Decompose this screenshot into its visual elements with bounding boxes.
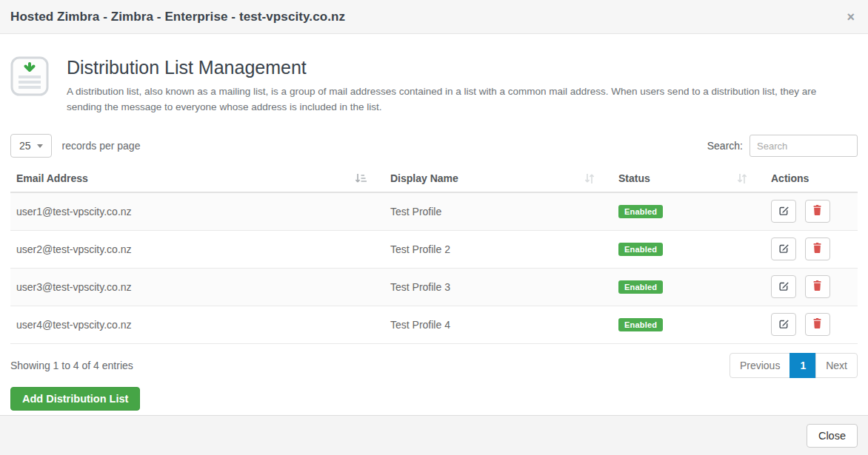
distribution-list-modal: Hosted Zimbra - Zimbra - Enterprise - te… (0, 0, 868, 455)
trash-icon (812, 318, 822, 331)
close-button[interactable]: Close (807, 424, 858, 448)
column-header-label: Email Address (16, 172, 88, 184)
pagination: Previous 1 Next (730, 353, 858, 378)
actions-cell (765, 230, 858, 268)
search-input[interactable] (750, 135, 858, 157)
records-per-page-select[interactable]: 25 (10, 134, 52, 158)
table-row: user3@test-vpscity.co.nz Test Profile 3 … (10, 268, 858, 306)
delete-button[interactable] (805, 237, 830, 260)
status-badge: Enabled (618, 280, 663, 294)
column-header-label: Display Name (390, 172, 458, 184)
status-badge: Enabled (618, 318, 663, 331)
modal-footer: Close (0, 415, 868, 455)
column-header-label: Status (618, 172, 650, 184)
pagination-page-1[interactable]: 1 (789, 353, 816, 378)
column-header-display-name[interactable]: Display Name (384, 166, 612, 192)
modal-title: Hosted Zimbra - Zimbra - Enterprise - te… (10, 10, 345, 24)
page-title: Distribution List Management (67, 56, 841, 78)
edit-icon (778, 205, 789, 218)
close-icon[interactable]: × (847, 10, 855, 24)
pagination-previous[interactable]: Previous (730, 353, 790, 378)
sort-both-icon (584, 173, 595, 184)
email-cell: user3@test-vpscity.co.nz (10, 268, 384, 306)
pagination-next[interactable]: Next (815, 353, 858, 378)
modal-header: Hosted Zimbra - Zimbra - Enterprise - te… (0, 0, 868, 34)
email-cell: user1@test-vpscity.co.nz (10, 192, 384, 230)
actions-cell (765, 306, 858, 343)
trash-icon (812, 280, 822, 293)
actions-cell (765, 192, 858, 230)
actions-cell (765, 268, 858, 306)
delete-button[interactable] (805, 200, 830, 223)
edit-button[interactable] (771, 313, 796, 336)
modal-body: Distribution List Management A distribut… (0, 34, 868, 415)
table-header-row: Email Address (10, 166, 858, 192)
trash-icon (812, 205, 822, 218)
status-badge: Enabled (618, 205, 663, 218)
page-description: A distribution list, also known as a mai… (67, 84, 841, 115)
records-per-page-value: 25 (19, 140, 31, 152)
add-distribution-list-button[interactable]: Add Distribution List (10, 387, 140, 411)
delete-button[interactable] (805, 313, 830, 336)
display-name-cell: Test Profile 3 (384, 268, 612, 306)
email-cell: user2@test-vpscity.co.nz (10, 230, 384, 268)
trash-icon (812, 243, 822, 255)
display-name-cell: Test Profile (384, 192, 612, 230)
table-row: user4@test-vpscity.co.nz Test Profile 4 … (10, 306, 858, 343)
status-badge: Enabled (618, 243, 663, 256)
records-per-page-label: records per page (62, 140, 141, 152)
column-header-status[interactable]: Status (612, 166, 765, 192)
table-footer: Showing 1 to 4 of 4 entries Previous 1 N… (10, 353, 858, 378)
table-row: user1@test-vpscity.co.nz Test Profile En… (10, 192, 858, 230)
distribution-list-table: Email Address (10, 166, 858, 344)
display-name-cell: Test Profile 2 (384, 230, 612, 268)
sort-asc-icon (355, 173, 367, 184)
search-section: Search: (707, 135, 858, 157)
delete-button[interactable] (805, 275, 830, 298)
email-cell: user4@test-vpscity.co.nz (10, 306, 384, 343)
sort-both-icon (737, 173, 747, 184)
column-header-email[interactable]: Email Address (10, 166, 384, 192)
table-row: user2@test-vpscity.co.nz Test Profile 2 … (10, 230, 858, 268)
distribution-list-icon (10, 56, 49, 96)
edit-icon (778, 243, 789, 256)
intro-text: Distribution List Management A distribut… (67, 56, 841, 115)
edit-button[interactable] (771, 275, 796, 298)
display-name-cell: Test Profile 4 (384, 306, 612, 343)
table-controls: 25 records per page Search: (10, 134, 858, 158)
column-header-label: Actions (771, 172, 809, 184)
edit-icon (778, 318, 789, 331)
edit-button[interactable] (771, 200, 796, 223)
edit-icon (778, 280, 789, 294)
intro-section: Distribution List Management A distribut… (10, 56, 858, 115)
search-label: Search: (707, 140, 743, 152)
chevron-down-icon (37, 144, 43, 148)
edit-button[interactable] (771, 237, 796, 260)
showing-entries-text: Showing 1 to 4 of 4 entries (10, 360, 133, 371)
column-header-actions: Actions (765, 166, 858, 192)
